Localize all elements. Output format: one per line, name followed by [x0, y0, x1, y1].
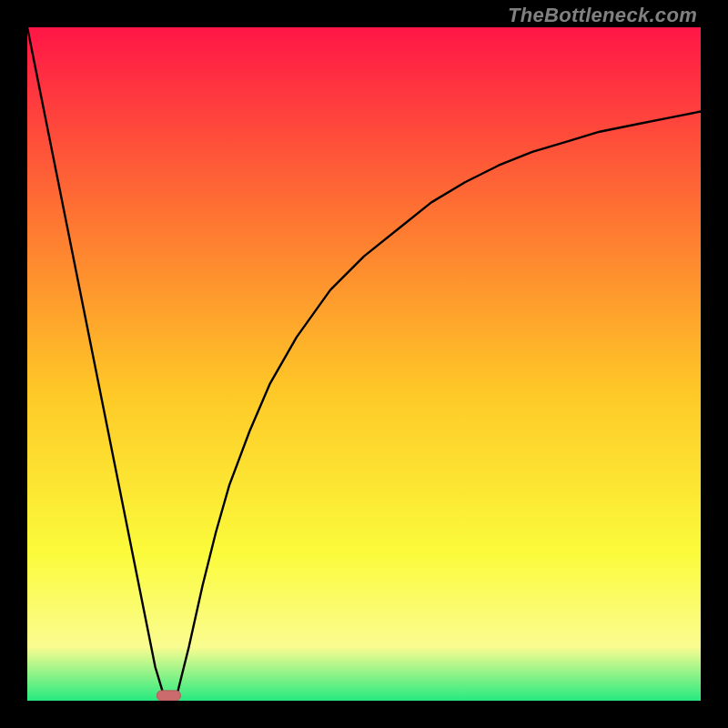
- plot-area: [27, 27, 701, 701]
- watermark-text: TheBottleneck.com: [508, 4, 697, 27]
- optimum-marker: [157, 691, 180, 701]
- chart-frame: TheBottleneck.com: [0, 0, 728, 728]
- gradient-background: [27, 27, 701, 701]
- chart-svg: [27, 27, 701, 701]
